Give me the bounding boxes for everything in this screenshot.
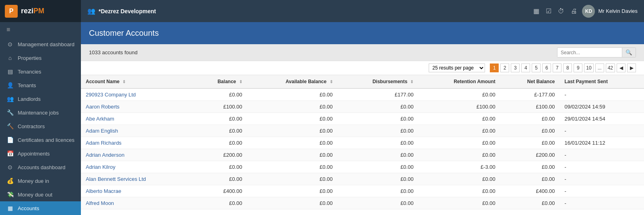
sidebar-item-money-due-out[interactable]: 💸 Money due out (0, 188, 81, 201)
cell-balance: £200.00 (192, 149, 247, 161)
cell-available: £0.00 (247, 173, 338, 185)
cell-account-name: Alan Bennett Services Ltd (81, 173, 192, 185)
account-link[interactable]: Adam Richards (86, 140, 122, 146)
cell-balance: £0.00 (192, 137, 247, 149)
cell-account-name: Abe Arkham (81, 113, 192, 125)
page-button-42[interactable]: 42 (606, 63, 615, 72)
logo-icon: P (5, 5, 18, 18)
col-account-name[interactable]: Account Name ⇕ (81, 75, 192, 88)
table-row: Adam English £0.00 £0.00 £0.00 £0.00 £0.… (81, 125, 644, 137)
cell-available: £0.00 (247, 185, 338, 197)
col-available-balance[interactable]: Available Balance ⇕ (247, 75, 338, 88)
cell-disbursements: £0.00 (338, 101, 419, 113)
pagination-bar: 25 results per page 50 results per page … (81, 61, 644, 75)
cell-retention: £0.00 (418, 197, 500, 209)
sidebar-item-accounts-dashboard[interactable]: ⊙ Accounts dashboard (0, 160, 81, 174)
search-button[interactable]: 🔍 (622, 48, 636, 57)
topbar-icon: 👥 (87, 7, 95, 15)
page-button-3[interactable]: 3 (511, 63, 520, 72)
account-link[interactable]: Alfred Moon (86, 200, 114, 206)
page-button-7[interactable]: 7 (553, 63, 561, 72)
cell-account-name: Adrian Kilroy (81, 161, 192, 173)
account-link[interactable]: Aaron Roberts (86, 104, 120, 110)
account-link[interactable]: Adrian Kilroy (86, 164, 116, 170)
page-button-8[interactable]: 8 (563, 63, 572, 72)
page-prev-button[interactable]: ◀ (617, 63, 625, 72)
table-row: Alberto Macrae £400.00 £0.00 £0.00 £0.00… (81, 185, 644, 197)
avatar: KD (582, 5, 595, 18)
sort-icon: ⇕ (330, 80, 333, 84)
cell-available: £0.00 (247, 137, 338, 149)
accounts-icon: ▦ (6, 205, 14, 211)
sidebar-item-landlords[interactable]: 👥 Landlords (0, 92, 81, 106)
sidebar-item-label: Tenancies (18, 69, 41, 75)
sidebar-item-certificates[interactable]: 📄 Certificates and licences (0, 133, 81, 147)
cell-last-payment: - (560, 88, 644, 101)
cell-available: £0.00 (247, 101, 338, 113)
page-button-9[interactable]: 9 (574, 63, 582, 72)
hamburger-button[interactable]: ≡ (0, 22, 81, 37)
topbar: 👥 *Dezrez Development ▦ ☑ ⏱ 🖨 KD Mr Kelv… (81, 0, 644, 22)
cell-disbursements: £0.00 (338, 185, 419, 197)
sidebar-item-tenancies[interactable]: ▤ Tenancies (0, 65, 81, 78)
cell-available: £0.00 (247, 149, 338, 161)
cell-balance: £0.00 (192, 88, 247, 101)
account-link[interactable]: Abe Arkham (86, 116, 114, 122)
cell-disbursements: £0.00 (338, 113, 419, 125)
page-button-1[interactable]: 1 (490, 63, 499, 72)
cell-last-payment: - (560, 185, 644, 197)
sidebar-item-contractors[interactable]: 🔨 Contractors (0, 119, 81, 133)
sidebar-logo: P reziPM (0, 0, 81, 22)
cell-last-payment: - (560, 173, 644, 185)
page-button-2[interactable]: 2 (500, 63, 509, 72)
col-disbursements[interactable]: Disbursements ⇕ (338, 75, 419, 88)
sidebar-item-label: Properties (18, 55, 41, 61)
user-menu[interactable]: KD Mr Kelvin Davies (582, 5, 638, 18)
account-link[interactable]: Adam English (86, 128, 118, 134)
certificates-icon: 📄 (6, 137, 14, 143)
print-icon[interactable]: 🖨 (571, 8, 577, 15)
page-button-5[interactable]: 5 (532, 63, 541, 72)
sidebar-item-money-due-in[interactable]: 💰 Money due in (0, 174, 81, 188)
money-out-icon: 💸 (6, 191, 14, 198)
cell-balance: £100.00 (192, 101, 247, 113)
cell-disbursements: £0.00 (338, 149, 419, 161)
cell-disbursements: £0.00 (338, 197, 419, 209)
cell-disbursements: £0.00 (338, 137, 419, 149)
sidebar-item-properties[interactable]: ⌂ Properties (0, 51, 81, 65)
cell-retention: £0.00 (418, 185, 500, 197)
col-balance[interactable]: Balance ⇕ (192, 75, 247, 88)
cell-account-name: Adam Richards (81, 137, 192, 149)
cell-retention: £0.00 (418, 125, 500, 137)
account-link[interactable]: 290923 Company Ltd (86, 92, 136, 98)
sidebar-item-management-dashboard[interactable]: ⊙ Management dashboard (0, 37, 81, 51)
cell-account-name: Aaron Roberts (81, 101, 192, 113)
sidebar-item-appointments[interactable]: 📅 Appointments (0, 147, 81, 160)
cell-disbursements: £177.00 (338, 88, 419, 101)
cell-account-name: 290923 Company Ltd (81, 88, 192, 101)
grid-icon[interactable]: ▦ (533, 7, 539, 15)
table-row: Abe Arkham £0.00 £0.00 £0.00 £0.00 £0.00… (81, 113, 644, 125)
sort-icon: ⇕ (410, 80, 413, 84)
account-link[interactable]: Alan Bennett Services Ltd (86, 176, 146, 182)
cell-last-payment: 16/01/2024 11:12 (560, 137, 644, 149)
account-link[interactable]: Adrian Anderson (86, 152, 124, 158)
sidebar-item-label: Certificates and licences (18, 137, 74, 143)
sidebar-item-accounts[interactable]: ▦ Accounts (0, 201, 81, 215)
clock-icon[interactable]: ⏱ (558, 8, 564, 15)
page-next-button[interactable]: ▶ (627, 63, 636, 72)
page-button-10[interactable]: 10 (584, 63, 593, 72)
sidebar-item-maintenance[interactable]: 🔧 Maintenance jobs (0, 106, 81, 119)
cell-account-name: Alberto Macrae (81, 185, 192, 197)
cell-net: £200.00 (500, 149, 560, 161)
search-input[interactable] (557, 48, 622, 57)
cell-retention: £0.00 (418, 173, 500, 185)
check-icon[interactable]: ☑ (546, 7, 551, 15)
sidebar-item-tenants[interactable]: 👤 Tenants (0, 78, 81, 92)
cell-available: £0.00 (247, 88, 338, 101)
table-body: 290923 Company Ltd £0.00 £0.00 £177.00 £… (81, 88, 644, 209)
page-button-6[interactable]: 6 (542, 63, 551, 72)
per-page-select[interactable]: 25 results per page 50 results per page … (429, 63, 485, 72)
page-button-4[interactable]: 4 (521, 63, 530, 72)
account-link[interactable]: Alberto Macrae (86, 188, 121, 194)
